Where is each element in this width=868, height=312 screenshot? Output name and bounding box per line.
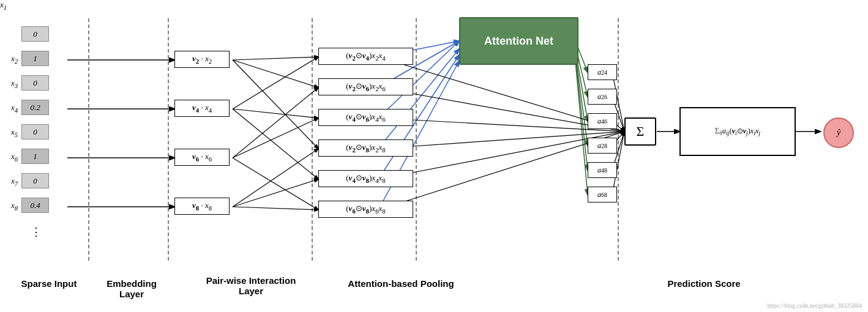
a68-box: a68	[588, 187, 617, 202]
a26-box: a26	[588, 89, 617, 105]
interact-v6v8: (v6⊙v8)x6x8	[318, 201, 413, 218]
x5-label: x5	[11, 127, 18, 138]
prediction-formula-box: ∑ij aij(vi⊙vj)xixj	[679, 107, 796, 156]
svg-line-14	[233, 109, 318, 179]
svg-line-32	[575, 61, 588, 195]
attention-pooling-label: Attention-based Pooling	[337, 278, 465, 289]
svg-line-12	[233, 57, 318, 109]
interact-v2v4: (v2⊙v4)x2x4	[318, 48, 413, 65]
x3-value: 0	[21, 75, 49, 91]
embed-v6: v6 · x6	[174, 149, 230, 166]
a24-box: a24	[588, 64, 617, 80]
prediction-score-label: Prediction Score	[649, 278, 759, 289]
main-svg	[0, 0, 868, 312]
svg-line-9	[233, 57, 318, 60]
attention-net-box: Attention Net	[459, 17, 578, 65]
interact-v4v8: (v4⊙v8)x4x8	[318, 170, 413, 187]
x1-value: 0	[21, 26, 49, 42]
dots: ⋮	[31, 225, 42, 239]
x1-label: x1	[0, 0, 7, 11]
x2-label: x2	[11, 54, 18, 65]
embedding-layer-label: EmbeddingLayer	[95, 278, 168, 299]
svg-line-18	[233, 149, 318, 207]
x6-value: 1	[21, 149, 49, 164]
x2-value: 1	[21, 51, 49, 66]
output-label: ŷ	[837, 128, 840, 138]
sum-symbol: Σ	[637, 124, 645, 139]
x4-value: 0.2	[21, 100, 49, 115]
attention-net-label: Attention Net	[484, 35, 553, 48]
sum-box: Σ	[624, 117, 656, 146]
embed-v2: v2 · x2	[174, 51, 230, 68]
interact-v2v8: (v2⊙v8)x2x8	[318, 139, 413, 157]
a48-box: a48	[588, 162, 617, 178]
interact-v4v6: (v4⊙v6)x4x6	[318, 109, 413, 126]
output-circle: ŷ	[823, 117, 854, 148]
x7-value: 0	[21, 173, 49, 188]
sparse-input-label: Sparse Input	[9, 278, 89, 289]
a46-box: a46	[588, 113, 617, 129]
pairwise-layer-label: Pair-wise InteractionLayer	[190, 275, 312, 296]
x4-label: x4	[11, 103, 18, 114]
svg-line-13	[233, 109, 318, 118]
svg-line-15	[233, 87, 318, 158]
x8-value: 0.4	[21, 198, 49, 213]
x3-label: x3	[11, 78, 18, 89]
svg-line-19	[233, 179, 318, 207]
x7-label: x7	[11, 176, 18, 187]
embed-v8: v8 · x8	[174, 198, 230, 215]
diagram: x1 0 x2 1 x3 0 x4 0.2 x5 0 x6 1 x7 0 x8 …	[0, 0, 868, 312]
embed-v4: v4 · x4	[174, 100, 230, 117]
interact-v2v6: (v2⊙v6)x2x6	[318, 78, 413, 95]
svg-line-31	[575, 58, 588, 170]
x6-label: x6	[11, 152, 18, 163]
svg-line-16	[233, 118, 318, 158]
a28-box: a28	[588, 138, 617, 154]
x8-label: x8	[11, 201, 18, 212]
svg-line-11	[233, 60, 318, 149]
svg-line-17	[233, 158, 318, 210]
x5-value: 0	[21, 124, 49, 139]
svg-line-20	[233, 207, 318, 210]
watermark: https://blog.csdn.net/github_38325884	[768, 302, 862, 309]
